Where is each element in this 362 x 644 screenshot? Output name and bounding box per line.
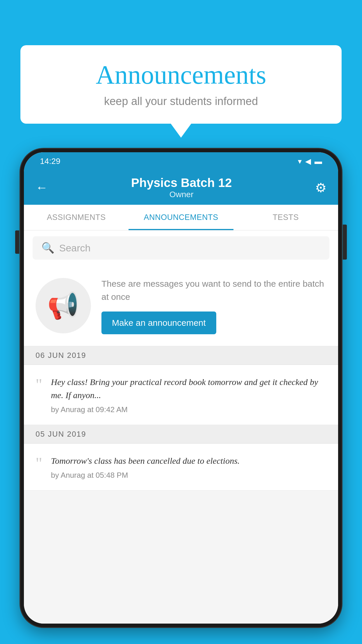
announcement-text-2: Tomorrow's class has been cancelled due … [51,454,326,467]
megaphone-icon: 📢 [47,290,79,321]
app-header: ← Physics Batch 12 Owner ⚙ [24,170,338,205]
announcements-subtitle: keep all your students informed [38,95,324,108]
settings-icon[interactable]: ⚙ [315,180,326,195]
announcements-heading: Announcements [38,60,324,90]
wifi-icon: ▾ [298,157,302,166]
megaphone-circle: 📢 [36,278,91,333]
phone-outer: 14:29 ▾ ◀ ▬ ← Physics Batch 12 Owner ⚙ [20,149,342,627]
tab-announcements[interactable]: ANNOUNCEMENTS [129,205,233,230]
announcement-prompt-card: 📢 These are messages you want to send to… [24,265,338,346]
search-placeholder: Search [59,242,91,254]
announcement-text-1: Hey class! Bring your practical record b… [51,375,326,402]
content-area: 🔍 Search 📢 These are messages you want t… [24,230,338,624]
announcement-card-text: These are messages you want to send to t… [101,277,326,334]
announcement-meta-1: by Anurag at 09:42 AM [51,405,128,414]
announcement-item-2[interactable]: " Tomorrow's class has been cancelled du… [24,444,338,491]
tab-assignments[interactable]: ASSIGNMENTS [24,205,129,230]
tab-bar: ASSIGNMENTS ANNOUNCEMENTS TESTS [24,205,338,230]
date-separator-1: 06 JUN 2019 [24,346,338,365]
status-bar: 14:29 ▾ ◀ ▬ [24,152,338,170]
make-announcement-button[interactable]: Make an announcement [101,312,216,334]
header-title: Physics Batch 12 [48,176,315,190]
date-separator-2: 05 JUN 2019 [24,425,338,444]
phone-wrapper: 14:29 ▾ ◀ ▬ ← Physics Batch 12 Owner ⚙ [20,149,342,644]
quote-icon-2: " [36,455,42,472]
tab-tests[interactable]: TESTS [233,205,338,230]
signal-icon: ◀ [305,157,311,166]
speech-bubble-container: Announcements keep all your students inf… [20,45,342,124]
back-button[interactable]: ← [36,181,48,195]
announcement-meta-2: by Anurag at 05:48 PM [51,471,128,480]
quote-icon-1: " [36,377,42,393]
battery-icon: ▬ [314,157,322,166]
announcement-item-1[interactable]: " Hey class! Bring your practical record… [24,365,338,425]
status-icons: ▾ ◀ ▬ [298,157,322,166]
header-subtitle: Owner [48,190,315,199]
search-bar-container: 🔍 Search [24,230,338,265]
search-icon: 🔍 [41,242,55,254]
phone-content: 14:29 ▾ ◀ ▬ ← Physics Batch 12 Owner ⚙ [24,152,338,624]
search-bar[interactable]: 🔍 Search [33,236,329,260]
speech-bubble: Announcements keep all your students inf… [20,45,342,124]
status-time: 14:29 [40,157,60,166]
announcement-description: These are messages you want to send to t… [101,277,326,303]
announcement-text-block-2: Tomorrow's class has been cancelled due … [51,454,326,480]
header-title-block: Physics Batch 12 Owner [48,176,315,199]
phone-inner: 14:29 ▾ ◀ ▬ ← Physics Batch 12 Owner ⚙ [24,152,338,624]
announcement-text-block-1: Hey class! Bring your practical record b… [51,375,326,414]
